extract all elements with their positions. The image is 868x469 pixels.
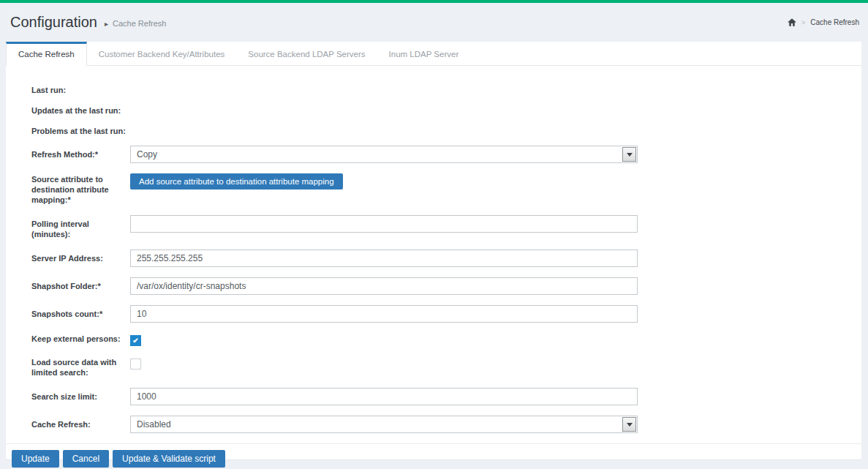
form-row-problems-last-run: Problems at the last run: (31, 125, 861, 136)
breadcrumb: > Cache Refresh (788, 18, 859, 26)
form-row-polling-interval: Polling interval (minutes): (31, 215, 861, 239)
form-row-server-ip: Server IP Address: (31, 249, 861, 267)
polling-interval-label: Polling interval (minutes): (31, 215, 130, 239)
form-row-keep-external-persons: Keep external persons: ✔ (31, 333, 861, 346)
keep-external-persons-label: Keep external persons: (31, 333, 130, 344)
tab-bar: Cache Refresh Customer Backend Key/Attri… (6, 42, 861, 66)
tab-customer-backend-key-attributes[interactable]: Customer Backend Key/Attributes (87, 42, 237, 65)
load-source-data-checkbox[interactable] (130, 359, 141, 369)
snapshots-count-input[interactable] (130, 305, 638, 323)
page-subtitle: Cache Refresh (113, 19, 166, 28)
form-row-refresh-method: Refresh Method:* Copy (31, 146, 861, 163)
form-row-search-size-limit: Search size limit: (31, 388, 861, 405)
search-size-limit-label: Search size limit: (31, 388, 130, 402)
cache-refresh-select[interactable]: Disabled (130, 416, 638, 433)
snapshot-folder-label: Shapshot Folder:* (31, 277, 130, 291)
dropdown-arrow-icon[interactable] (622, 417, 636, 432)
cache-refresh-status-label: Cache Refresh: (31, 416, 130, 429)
dropdown-arrow-icon[interactable] (622, 147, 636, 162)
refresh-method-label: Refresh Method:* (31, 146, 130, 160)
tab-source-backend-ldap-servers[interactable]: Source Backend LDAP Servers (236, 42, 377, 65)
keep-external-persons-checkbox[interactable]: ✔ (130, 335, 141, 346)
cache-refresh-selected-value: Disabled (131, 416, 637, 432)
home-icon[interactable] (788, 18, 796, 26)
form-row-cache-refresh-status: Cache Refresh: Disabled (31, 416, 861, 433)
tab-cache-refresh[interactable]: Cache Refresh (6, 42, 87, 66)
update-button[interactable]: Update (12, 450, 59, 468)
attribute-mapping-label: Source attribute to destination attribut… (31, 173, 130, 205)
load-source-data-label: Load source data with limited search: (31, 356, 130, 378)
form-row-snapshots-count: Snapshots count:* (31, 305, 861, 323)
last-run-label: Last run: (31, 84, 130, 95)
page-header: Configuration ▸ Cache Refresh > Cache Re… (0, 3, 868, 42)
form-row-load-source-data: Load source data with limited search: (31, 356, 861, 378)
breadcrumb-current[interactable]: Cache Refresh (810, 18, 859, 26)
form-footer: Update Cancel Update & Validate script (6, 443, 861, 469)
content-panel: Cache Refresh Customer Backend Key/Attri… (6, 42, 861, 459)
snapshots-count-label: Snapshots count:* (31, 305, 130, 319)
form-row-last-run: Last run: (31, 84, 861, 95)
page-title: Configuration (10, 14, 97, 31)
form-row-snapshot-folder: Shapshot Folder:* (31, 277, 861, 295)
cache-refresh-form: Last run: Updates at the last run: Probl… (6, 66, 861, 443)
caret-right-icon: ▸ (105, 20, 108, 28)
updates-last-run-label: Updates at the last run: (31, 105, 130, 116)
tab-inum-ldap-server[interactable]: Inum LDAP Server (377, 42, 471, 65)
checkmark-icon: ✔ (131, 336, 140, 346)
breadcrumb-separator: > (801, 19, 805, 26)
snapshot-folder-input[interactable] (130, 277, 638, 295)
form-row-updates-last-run: Updates at the last run: (31, 105, 861, 116)
polling-interval-input[interactable] (130, 215, 638, 233)
cancel-button[interactable]: Cancel (63, 450, 109, 468)
refresh-method-selected-value: Copy (131, 146, 637, 162)
update-validate-script-button[interactable]: Update & Validate script (113, 450, 225, 468)
form-row-attribute-mapping: Source attribute to destination attribut… (31, 173, 861, 205)
server-ip-label: Server IP Address: (31, 249, 130, 263)
server-ip-input[interactable] (130, 249, 638, 267)
title-wrap: Configuration ▸ Cache Refresh (10, 14, 166, 31)
refresh-method-select[interactable]: Copy (130, 146, 638, 163)
add-attribute-mapping-button[interactable]: Add source attribute to destination attr… (130, 173, 343, 190)
search-size-limit-input[interactable] (130, 388, 638, 405)
problems-last-run-label: Problems at the last run: (31, 125, 130, 136)
